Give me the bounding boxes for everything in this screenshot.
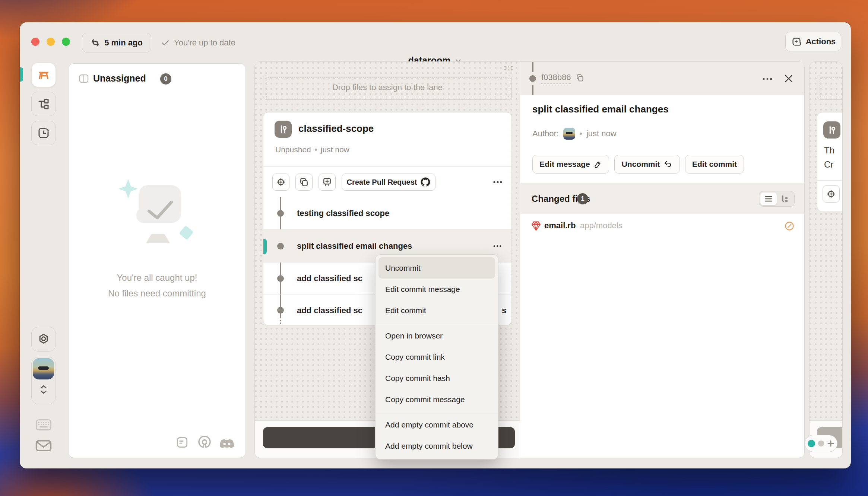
keyboard-icon	[35, 419, 52, 431]
tree-view-button[interactable]	[777, 193, 793, 205]
next-lane-peek: Th Cr	[809, 61, 843, 458]
close-icon[interactable]	[783, 73, 794, 84]
menu-item-copy-commit-hash[interactable]: Copy commit hash	[376, 368, 498, 389]
pager-dot[interactable]	[818, 441, 824, 446]
changed-file-row[interactable]: email.rb app/models	[520, 214, 804, 238]
gear-icon	[37, 333, 50, 346]
branch-meta: Unpushed just now	[275, 145, 349, 154]
menu-item-edit-commit[interactable]: Edit commit	[376, 300, 498, 321]
keyboard-shortcuts-button[interactable]	[35, 419, 52, 431]
opensource-button[interactable]	[197, 435, 212, 449]
unassigned-count-badge: 0	[160, 73, 171, 85]
drop-zone-hint: Drop files to assign to the lane	[332, 83, 443, 92]
commit-detail-header: f038b86	[520, 62, 804, 95]
commit-graph-line	[532, 62, 533, 72]
commit-message: add classified sc	[297, 274, 362, 283]
branch-more-button[interactable]	[492, 178, 503, 186]
branch-badge-icon	[275, 121, 292, 138]
create-pull-request-button[interactable]: Create Pull Request	[342, 174, 435, 191]
copy-hash-button[interactable]	[576, 73, 585, 82]
branch-name[interactable]: classified-scope	[298, 123, 374, 134]
set-target-button[interactable]	[823, 185, 840, 203]
commit-dot	[277, 275, 284, 282]
menu-item-add-empty-commit-below[interactable]: Add empty commit below	[376, 435, 498, 457]
file-drop-zone[interactable]: Drop files to assign to the lane	[263, 75, 512, 100]
commit-dot	[277, 210, 284, 217]
add-dependent-branch-button[interactable]	[319, 174, 336, 191]
sidebar-item-history[interactable]	[31, 121, 56, 145]
uncommit-button[interactable]: Uncommit	[614, 155, 680, 174]
file-name: email.rb	[544, 221, 576, 230]
changed-files-header: Changed files 1	[520, 183, 804, 214]
columns-icon	[79, 74, 89, 83]
menu-item-copy-commit-message[interactable]: Copy commit message	[376, 389, 498, 410]
commit-author-row: Author: just now	[532, 127, 617, 140]
settings-button[interactable]	[31, 327, 56, 352]
account-switcher[interactable]	[31, 357, 56, 404]
add-lane-icon[interactable]	[827, 440, 834, 447]
copy-branch-button[interactable]	[295, 174, 313, 191]
active-rail-indicator	[20, 67, 23, 82]
check-icon	[161, 38, 170, 47]
edit-message-button[interactable]: Edit message	[532, 155, 609, 174]
commit-row[interactable]: testing classified scope	[263, 197, 511, 230]
menu-item-copy-commit-link[interactable]: Copy commit link	[376, 346, 498, 368]
commit-hash-link[interactable]: f038b86	[541, 73, 571, 84]
history-icon	[37, 127, 50, 139]
branch-name-fragment: Cr	[824, 159, 833, 170]
commit-message: testing classified scope	[297, 209, 389, 218]
app-window: 5 min ago You're up to date dataroom	[20, 22, 851, 468]
lane-grip-icon[interactable]	[503, 65, 514, 71]
branch-toolbar: Create Pull Request	[263, 166, 511, 197]
divider	[817, 180, 843, 181]
menu-item-uncommit[interactable]: Uncommit	[378, 257, 495, 279]
github-icon	[421, 177, 430, 187]
commit-title: split classified email changes	[532, 104, 669, 115]
actions-icon	[791, 36, 802, 47]
update-status: You're up to date	[161, 33, 235, 53]
edit-commit-button[interactable]: Edit commit	[685, 155, 744, 174]
menu-item-edit-commit-message[interactable]: Edit commit message	[376, 279, 498, 300]
commit-dot	[529, 75, 536, 82]
menu-item-add-empty-commit-above[interactable]: Add empty commit above	[376, 414, 498, 435]
commit-message: split classified email changes	[297, 241, 412, 251]
edit-message-label: Edit message	[539, 160, 590, 169]
changelog-button[interactable]	[176, 436, 189, 449]
menu-divider	[376, 323, 498, 323]
meta-separator-dot	[315, 149, 317, 151]
changed-files-count-badge: 1	[577, 193, 588, 204]
uncommit-label: Uncommit	[622, 160, 660, 169]
pager-dot-active[interactable]	[808, 440, 815, 447]
mail-icon	[35, 439, 52, 453]
branches-icon	[37, 98, 50, 110]
actions-button[interactable]: Actions	[785, 32, 841, 51]
sidebar-item-branches[interactable]	[31, 92, 56, 116]
feedback-button[interactable]	[35, 439, 52, 453]
minimize-window-button[interactable]	[47, 38, 55, 46]
commit-more-button[interactable]	[492, 242, 503, 250]
file-path: app/models	[580, 221, 623, 230]
close-window-button[interactable]	[31, 38, 39, 46]
sidebar-item-workspace[interactable]	[31, 63, 56, 87]
empty-state-title: You're all caught up!	[69, 273, 245, 283]
menu-item-open-in-browser[interactable]: Open in browser	[376, 325, 498, 346]
lane-pager[interactable]	[805, 435, 837, 452]
unassigned-title: Unassigned	[93, 73, 146, 84]
edit-commit-label: Edit commit	[692, 160, 737, 169]
discord-button[interactable]	[219, 438, 235, 450]
meta-separator-dot	[580, 133, 582, 135]
author-label: Author:	[532, 129, 559, 139]
undo-icon	[663, 160, 672, 169]
commit-dot	[277, 307, 284, 314]
set-target-button[interactable]	[272, 174, 289, 191]
file-view-toggle	[759, 191, 795, 207]
branch-card[interactable]: Th Cr	[817, 112, 843, 212]
detail-more-button[interactable]	[762, 77, 773, 81]
sync-button[interactable]: 5 min ago	[82, 33, 151, 53]
commit-context-menu: Uncommit Edit commit message Edit commit…	[375, 254, 498, 460]
branch-name-fragment: Th	[824, 145, 834, 156]
actions-label: Actions	[806, 37, 836, 47]
zoom-window-button[interactable]	[62, 38, 70, 46]
selected-commit-indicator	[263, 239, 267, 254]
list-view-button[interactable]	[760, 193, 777, 205]
